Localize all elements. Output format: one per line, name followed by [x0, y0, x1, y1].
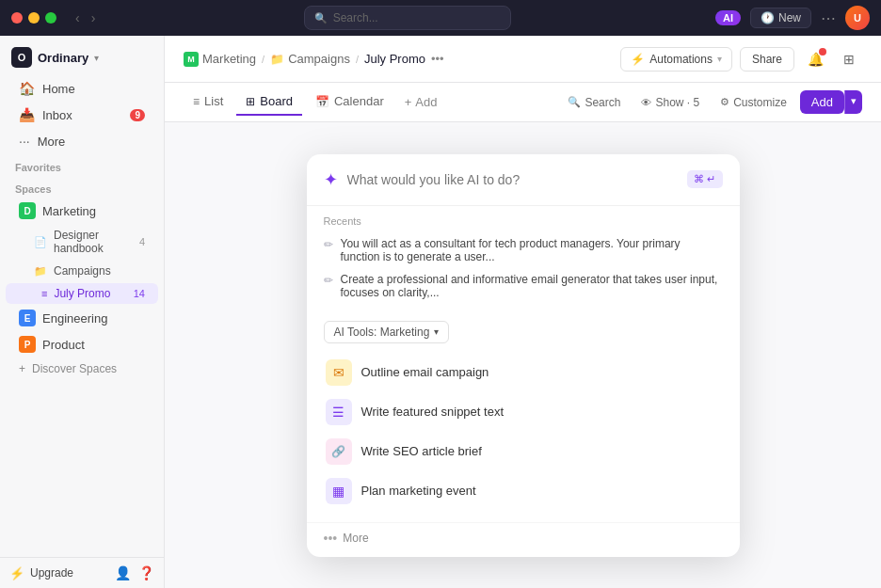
sidebar-item-inbox[interactable]: 📥 Inbox 9 — [6, 103, 158, 127]
window-controls — [11, 12, 56, 24]
workspace-icon: O — [11, 47, 32, 68]
recent-item-0[interactable]: ✏ You will act as a consultant for tech … — [324, 232, 723, 268]
tool-item-plan[interactable]: ▦ Plan marketing event — [324, 471, 723, 511]
home-icon: 🏠 — [19, 81, 35, 96]
ai-more-button[interactable]: ••• More — [307, 522, 740, 557]
add-task-dropdown[interactable]: ▾ — [844, 90, 862, 114]
customize-icon: ⚙ — [720, 96, 729, 108]
marketing-space-icon: D — [19, 202, 36, 219]
notification-button[interactable]: 🔔 — [802, 46, 828, 72]
user-icon[interactable]: 👤 — [115, 565, 131, 580]
ai-tools-dropdown[interactable]: AI Tools: Marketing ▾ — [324, 321, 450, 343]
clock-icon: 🕐 — [761, 11, 775, 24]
content-area: M Marketing / 📁 Campaigns / July Promo •… — [165, 36, 881, 588]
sidebar-item-july-promo[interactable]: ≡ July Promo 14 — [6, 283, 158, 304]
notification-dot — [819, 48, 826, 56]
july-promo-count: 14 — [134, 288, 145, 299]
show-action-button[interactable]: 👁 Show · 5 — [633, 92, 707, 113]
tab-list[interactable]: ≡ List — [184, 88, 232, 116]
search-action-button[interactable]: 🔍 Search — [560, 92, 628, 113]
sidebar: O Ordinary ▾ 🏠 Home 📥 Inbox 9 ··· More F… — [0, 36, 165, 588]
automations-chevron-icon: ▾ — [717, 54, 722, 64]
tools-chevron-icon: ▾ — [434, 326, 439, 337]
tab-board[interactable]: ⊞ Board — [236, 88, 302, 116]
recent-item-1[interactable]: ✏ Create a professional and informative … — [324, 268, 723, 304]
folder-icon: 📁 — [34, 265, 47, 278]
spaces-label: Spaces — [0, 176, 164, 198]
forward-button[interactable]: › — [88, 8, 100, 27]
ai-recents-section: Recents ✏ You will act as a consultant f… — [307, 206, 740, 313]
tab-calendar[interactable]: 📅 Calendar — [306, 88, 393, 116]
help-icon[interactable]: ❓ — [138, 565, 154, 580]
inbox-badge: 9 — [130, 109, 145, 121]
snippet-tool-icon: ☰ — [326, 399, 352, 425]
customize-action-button[interactable]: ⚙ Customize — [713, 92, 794, 113]
back-button[interactable]: ‹ — [72, 8, 84, 27]
workspace-name: Ordinary — [38, 51, 88, 65]
calendar-tab-icon: 📅 — [315, 95, 329, 108]
breadcrumb-campaigns[interactable]: 📁 Campaigns — [270, 52, 350, 66]
breadcrumb-sep-2: / — [356, 54, 359, 65]
search-action-icon: 🔍 — [568, 96, 581, 108]
pencil-icon-2: ✏ — [324, 274, 333, 287]
tool-item-email[interactable]: ✉ Outline email campaign — [324, 353, 723, 392]
nav-arrows: ‹ › — [72, 8, 99, 27]
automations-button[interactable]: ⚡ Automations ▾ — [620, 47, 732, 72]
plan-tool-icon: ▦ — [326, 478, 352, 504]
sidebar-item-more[interactable]: ··· More — [6, 129, 158, 153]
sidebar-item-designer-handbook[interactable]: 📄 Designer handbook 4 — [6, 225, 158, 259]
content-header: M Marketing / 📁 Campaigns / July Promo •… — [165, 36, 881, 83]
layout-button[interactable]: ⊞ — [836, 46, 862, 72]
tool-item-snippet[interactable]: ☰ Write featured snippet text — [324, 392, 723, 432]
content-body: ✦ ⌘ ↵ Recents ✏ You will act as a consul… — [165, 122, 881, 588]
sidebar-bottom-icons: 👤 ❓ — [115, 565, 154, 580]
tool-item-seo[interactable]: 🔗 Write SEO article brief — [324, 432, 723, 471]
add-task-button[interactable]: Add — [800, 90, 844, 114]
new-button[interactable]: 🕐 New — [750, 8, 811, 28]
titlebar: ‹ › 🔍 Search... AI 🕐 New ⋯ U — [0, 0, 881, 36]
main-layout: O Ordinary ▾ 🏠 Home 📥 Inbox 9 ··· More F… — [0, 36, 881, 588]
breadcrumb-more-button[interactable]: ••• — [431, 52, 444, 66]
view-tabs: ≡ List ⊞ Board 📅 Calendar + Add 🔍 Search — [165, 83, 881, 122]
search-icon: 🔍 — [314, 12, 328, 24]
recents-label: Recents — [324, 215, 723, 227]
grid-icon[interactable]: ⋯ — [821, 9, 836, 27]
search-placeholder: Search... — [333, 11, 378, 24]
engineering-space-icon: E — [19, 310, 36, 326]
add-tab-icon: + — [405, 95, 412, 109]
minimize-dot[interactable] — [28, 12, 40, 24]
sidebar-item-engineering[interactable]: E Engineering — [6, 306, 158, 330]
maximize-dot[interactable] — [45, 12, 56, 24]
search-area: 🔍 Search... — [106, 6, 708, 30]
sidebar-item-campaigns[interactable]: 📁 Campaigns — [6, 261, 158, 281]
sidebar-item-marketing[interactable]: D Marketing — [6, 199, 158, 223]
workspace-selector[interactable]: O Ordinary ▾ — [0, 40, 164, 75]
show-icon: 👁 — [641, 97, 651, 108]
discover-spaces[interactable]: + Discover Spaces — [6, 358, 158, 379]
tab-add[interactable]: + Add — [397, 89, 445, 115]
sidebar-item-product[interactable]: P Product — [6, 332, 158, 357]
plus-icon: + — [19, 362, 25, 375]
breadcrumb: M Marketing / 📁 Campaigns / July Promo •… — [184, 52, 444, 67]
upgrade-button[interactable]: ⚡ Upgrade — [9, 566, 107, 580]
sidebar-item-home[interactable]: 🏠 Home — [6, 76, 158, 101]
more-dots-icon: ••• — [324, 531, 338, 546]
search-bar[interactable]: 🔍 Search... — [304, 6, 511, 30]
automations-icon: ⚡ — [631, 53, 645, 66]
ai-input[interactable] — [347, 172, 679, 187]
ai-sparkle-icon: ✦ — [324, 169, 338, 190]
add-task-group: Add ▾ — [800, 90, 862, 114]
close-dot[interactable] — [11, 12, 23, 24]
doc-icon: 📄 — [34, 236, 47, 248]
upgrade-icon: ⚡ — [9, 566, 24, 580]
pencil-icon: ✏ — [324, 238, 333, 251]
breadcrumb-marketing[interactable]: M Marketing — [184, 52, 256, 67]
more-icon: ··· — [19, 134, 30, 149]
breadcrumb-sep-1: / — [262, 54, 264, 65]
campaigns-folder-icon: 📁 — [270, 53, 284, 66]
share-button[interactable]: Share — [740, 47, 794, 72]
seo-tool-icon: 🔗 — [326, 438, 352, 465]
breadcrumb-current: July Promo — [364, 52, 425, 66]
avatar[interactable]: U — [845, 6, 870, 30]
marketing-icon: M — [184, 52, 199, 67]
